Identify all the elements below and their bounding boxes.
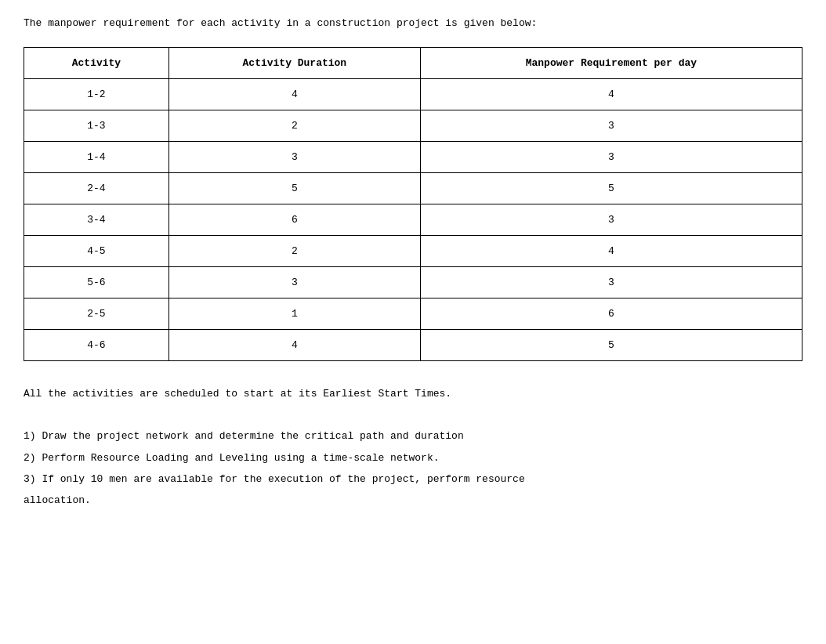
table-row: 1-433: [24, 141, 802, 172]
cell-duration: 3: [168, 266, 420, 298]
cell-manpower: 3: [420, 110, 802, 141]
footer-line-2: 2) Perform Resource Loading and Leveling…: [24, 449, 802, 467]
cell-manpower: 4: [420, 235, 802, 266]
col-header-duration: Activity Duration: [168, 47, 420, 78]
cell-activity: 1-2: [24, 78, 169, 110]
table-row: 1-323: [24, 110, 802, 141]
table-row: 5-633: [24, 266, 802, 298]
intro-text: The manpower requirement for each activi…: [24, 16, 802, 31]
footer-line-3: 3) If only 10 men are available for the …: [24, 470, 802, 488]
footer-line-1: 1) Draw the project network and determin…: [24, 427, 802, 445]
col-header-activity: Activity: [24, 47, 169, 78]
footer-line-0: All the activities are scheduled to star…: [24, 385, 802, 403]
cell-duration: 3: [168, 141, 420, 172]
table-row: 4-524: [24, 235, 802, 266]
cell-duration: 5: [168, 172, 420, 204]
cell-manpower: 3: [420, 266, 802, 298]
cell-activity: 4-5: [24, 235, 169, 266]
cell-duration: 2: [168, 235, 420, 266]
cell-duration: 2: [168, 110, 420, 141]
table-row: 4-645: [24, 329, 802, 360]
footer-line-4: allocation.: [24, 491, 802, 509]
cell-duration: 4: [168, 78, 420, 110]
cell-manpower: 3: [420, 141, 802, 172]
table-row: 2-516: [24, 298, 802, 329]
cell-activity: 1-3: [24, 110, 169, 141]
cell-activity: 3-4: [24, 204, 169, 235]
cell-duration: 4: [168, 329, 420, 360]
table-header-row: Activity Activity Duration Manpower Requ…: [24, 47, 802, 78]
cell-manpower: 3: [420, 204, 802, 235]
cell-manpower: 5: [420, 329, 802, 360]
cell-manpower: 5: [420, 172, 802, 204]
footer-section: All the activities are scheduled to star…: [24, 385, 802, 510]
cell-activity: 4-6: [24, 329, 169, 360]
cell-activity: 2-5: [24, 298, 169, 329]
table-row: 2-455: [24, 172, 802, 204]
cell-manpower: 4: [420, 78, 802, 110]
cell-duration: 6: [168, 204, 420, 235]
table-row: 1-244: [24, 78, 802, 110]
cell-activity: 2-4: [24, 172, 169, 204]
table-row: 3-463: [24, 204, 802, 235]
footer-line-spacer: [24, 406, 802, 424]
cell-manpower: 6: [420, 298, 802, 329]
cell-activity: 1-4: [24, 141, 169, 172]
page-container: The manpower requirement for each activi…: [0, 0, 826, 644]
col-header-manpower: Manpower Requirement per day: [420, 47, 802, 78]
cell-activity: 5-6: [24, 266, 169, 298]
cell-duration: 1: [168, 298, 420, 329]
data-table: Activity Activity Duration Manpower Requ…: [24, 47, 802, 361]
